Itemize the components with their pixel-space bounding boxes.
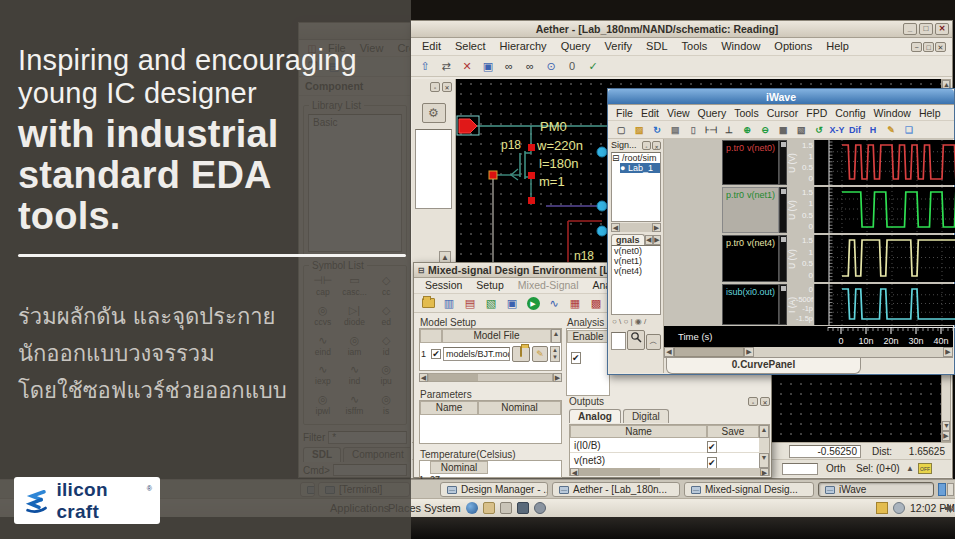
menu-file[interactable]: File bbox=[612, 106, 637, 120]
menu-edit[interactable]: Edit bbox=[637, 106, 663, 120]
dock-close-button[interactable]: ✕ bbox=[442, 82, 452, 92]
open-session-icon[interactable] bbox=[419, 295, 437, 311]
waveform-plot-isub[interactable] bbox=[814, 284, 955, 325]
attach-icon[interactable]: 0 bbox=[563, 58, 581, 74]
xy-plot-icon[interactable]: X-Y bbox=[829, 122, 845, 138]
tab-analog[interactable]: Analog bbox=[569, 409, 621, 423]
menu-window[interactable]: Window bbox=[714, 39, 767, 54]
menu-query[interactable]: Query bbox=[694, 106, 731, 120]
curve-panel-tab[interactable]: 0.CurvePanel bbox=[666, 358, 861, 374]
mdi-minimize-button[interactable]: □ bbox=[923, 42, 934, 52]
signal-filter-icons[interactable]: ○ \ ○ | ◉ / bbox=[609, 315, 663, 328]
annotate-icon[interactable]: ✎ bbox=[883, 122, 899, 138]
waveform-plot-vnet0[interactable] bbox=[814, 140, 955, 185]
cursor-vertical-icon[interactable]: ⊥ bbox=[721, 122, 737, 138]
check-icon[interactable]: ▣ bbox=[503, 295, 521, 311]
hierarchy-tree[interactable]: ⊟ /root/sim ● Lab_1 bbox=[611, 152, 661, 222]
gear-button[interactable]: ⚙ bbox=[422, 103, 446, 123]
signal-search-input[interactable] bbox=[611, 332, 626, 350]
tab-scroll-left[interactable]: ◀ bbox=[645, 235, 653, 245]
check-hierarchy-icon[interactable]: ✕ bbox=[458, 58, 476, 74]
export-icon[interactable]: ▧ bbox=[482, 295, 500, 311]
minimize-button[interactable]: _ bbox=[903, 23, 917, 35]
taskbar-iwave-button[interactable]: —iWave bbox=[818, 482, 934, 497]
panel-close-button[interactable]: ✕ bbox=[652, 141, 661, 150]
netlist-icon[interactable]: ▤ bbox=[461, 295, 479, 311]
new-window-icon[interactable]: ▢ bbox=[613, 122, 629, 138]
menu-system[interactable]: System bbox=[424, 502, 461, 514]
menu-session[interactable]: Session bbox=[418, 278, 469, 293]
output-row-name[interactable]: i(I0/B) bbox=[570, 440, 707, 451]
selection-icon[interactable]: ⊙ bbox=[542, 58, 560, 74]
diff-icon[interactable]: Dif bbox=[847, 122, 863, 138]
tab-signals[interactable]: gnals bbox=[611, 234, 645, 245]
menu-window[interactable]: Window bbox=[870, 106, 915, 120]
comment-icon[interactable]: ❏ bbox=[901, 122, 917, 138]
tree-item-selected[interactable]: ● Lab_1 bbox=[620, 163, 660, 173]
measure-icon[interactable]: H bbox=[865, 122, 881, 138]
waveform-label-vnet1[interactable]: p.tr0v(net1) bbox=[722, 187, 779, 233]
volume-icon[interactable] bbox=[944, 503, 955, 514]
menu-sdl[interactable]: SDL bbox=[639, 39, 674, 54]
open-folder-icon[interactable]: ▨ bbox=[631, 122, 647, 138]
menu-verify[interactable]: Verify bbox=[598, 39, 640, 54]
menu-edit[interactable]: Edit bbox=[415, 39, 448, 54]
canvas-hscroll-right[interactable]: ▶ bbox=[942, 431, 950, 441]
maximize-button[interactable]: □ bbox=[919, 23, 933, 35]
snap-icon[interactable]: ▲ bbox=[906, 464, 914, 473]
panel-float-button[interactable]: ▫ bbox=[642, 141, 651, 150]
taskbar-aether-button[interactable]: —Aether - [Lab_180n... bbox=[552, 482, 680, 497]
tree-expander-icon[interactable]: ⊟ bbox=[612, 153, 620, 163]
menu-tools[interactable]: Tools bbox=[675, 39, 715, 54]
outputs-close-button[interactable]: ✕ bbox=[760, 397, 770, 406]
package-update-icon[interactable] bbox=[876, 502, 888, 514]
coordinate-field[interactable]: -0.56250 bbox=[789, 445, 861, 458]
menu-view[interactable]: View bbox=[663, 106, 694, 120]
save-view-icon[interactable]: ▣ bbox=[479, 58, 497, 74]
output-row-name[interactable]: v(net3) bbox=[570, 455, 707, 466]
mdi-restore-button[interactable]: − bbox=[911, 42, 922, 52]
waveform-icon[interactable]: ∿ bbox=[545, 295, 563, 311]
check-cell-icon[interactable]: ⇄ bbox=[437, 58, 455, 74]
edit-model-button[interactable]: ✎ bbox=[532, 346, 548, 362]
tree-hscrollbar[interactable]: ◀▶ bbox=[611, 223, 661, 232]
print-icon[interactable]: ▤ bbox=[667, 122, 683, 138]
menu-select[interactable]: Select bbox=[448, 39, 493, 54]
aether-titlebar[interactable]: Aether - [Lab_180nm/NAND/schematic: Read… bbox=[411, 21, 952, 38]
menu-tools[interactable]: Tools bbox=[730, 106, 763, 120]
menu-cursor[interactable]: Cursor bbox=[763, 106, 803, 120]
waveform-plot-vnet1[interactable] bbox=[814, 187, 955, 233]
launcher-browser-icon[interactable] bbox=[466, 502, 478, 514]
grid-icon[interactable]: ▦ bbox=[775, 122, 791, 138]
refresh-icon[interactable]: ↺ bbox=[811, 122, 827, 138]
outputs-float-button[interactable]: ▫ bbox=[748, 397, 758, 406]
cursor-pair-icon[interactable]: ⊦⊣ bbox=[703, 122, 719, 138]
search-icon[interactable]: ∞ bbox=[521, 58, 539, 74]
taskbar-design-manager-button[interactable]: —Design Manager - ... bbox=[440, 482, 548, 497]
browse-model-button[interactable] bbox=[512, 346, 530, 362]
orth-mode[interactable]: Orth bbox=[826, 463, 845, 474]
waveform-label-vnet4[interactable]: p.tr0v(net4) bbox=[722, 235, 779, 282]
model-hscrollbar[interactable]: ◀ ▶ bbox=[419, 373, 562, 382]
close-button[interactable]: ✕ bbox=[935, 23, 949, 35]
network-icon[interactable] bbox=[893, 502, 905, 514]
taskbar-mde-button[interactable]: —Mixed-signal Desig... bbox=[684, 482, 814, 497]
signal-list-item[interactable]: v(net0) bbox=[612, 246, 660, 256]
zoom-out-icon[interactable]: ⊖ bbox=[757, 122, 773, 138]
check-green-icon[interactable]: ✓ bbox=[584, 58, 602, 74]
analysis-setup-icon[interactable]: ▦ bbox=[566, 295, 584, 311]
menu-help[interactable]: Help bbox=[915, 106, 945, 120]
menu-help[interactable]: Help bbox=[819, 39, 856, 54]
menu-fpd[interactable]: FPD bbox=[802, 106, 831, 120]
analysis-enable-checkbox[interactable]: ✔ bbox=[571, 352, 581, 364]
model-file-input[interactable]: models/BJT.model bbox=[443, 347, 510, 361]
outputs-hscrollbar[interactable]: ◀ ▶ bbox=[570, 468, 769, 476]
waveform-hscrollbar[interactable]: ◀ ▶ ▶ bbox=[664, 347, 953, 357]
menu-options[interactable]: Options bbox=[767, 39, 819, 54]
waveform-plot-vnet4[interactable] bbox=[814, 235, 955, 282]
signal-list-item[interactable]: v(net4) bbox=[612, 266, 660, 276]
launcher-files-icon[interactable] bbox=[483, 502, 495, 514]
run-simulation-icon[interactable]: ▶ bbox=[524, 295, 542, 311]
menu-query[interactable]: Query bbox=[554, 39, 598, 54]
output-save-checkbox[interactable]: ✔ bbox=[707, 457, 717, 469]
